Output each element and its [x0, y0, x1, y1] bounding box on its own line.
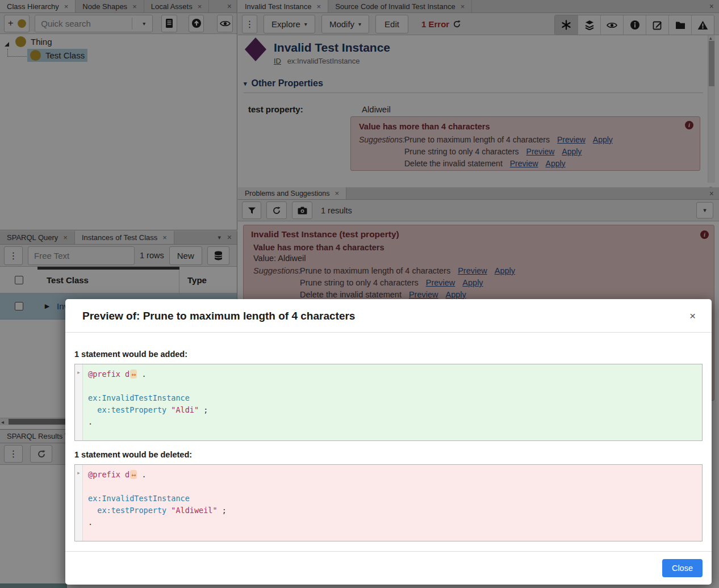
code-subject: ex:InvalidTestInstance — [88, 393, 190, 402]
code-gutter: ▸ — [75, 364, 83, 440]
deleted-statements-label: 1 statement would be deleted: — [74, 450, 703, 459]
preview-modal: Preview of: Prune to maximum length of 4… — [65, 299, 712, 585]
modal-title: Preview of: Prune to maximum length of 4… — [82, 310, 355, 322]
turtle-code: @prefix d↔ . ex:InvalidTestInstance ex:t… — [83, 364, 702, 428]
folded-region-icon[interactable]: ↔ — [130, 470, 137, 479]
fold-marker-icon[interactable]: ▸ — [77, 470, 80, 476]
modal-footer: Close — [65, 551, 712, 585]
close-button[interactable]: Close — [662, 559, 703, 577]
modal-header: Preview of: Prune to maximum length of 4… — [65, 299, 712, 333]
folded-region-icon[interactable]: ↔ — [130, 369, 137, 379]
code-keyword: @prefix — [88, 470, 120, 479]
fold-marker-icon[interactable]: ▸ — [77, 369, 80, 375]
code-semicolon: ; — [222, 506, 227, 515]
added-statements-label: 1 statement would be added: — [74, 350, 703, 359]
modal-body: 1 statement would be added: ▸ @prefix d↔… — [65, 333, 712, 551]
code-dot: . — [141, 470, 146, 479]
modal-close-icon[interactable]: × — [689, 310, 696, 321]
code-predicate: ex:testProperty — [97, 506, 166, 515]
code-prefix-name: d — [125, 470, 129, 479]
code-dot: . — [88, 518, 93, 527]
code-string-value: "Aldi" — [171, 405, 199, 414]
code-gutter: ▸ — [75, 465, 83, 541]
code-predicate: ex:testProperty — [97, 405, 166, 414]
code-semicolon: ; — [203, 405, 208, 414]
turtle-code: @prefix d↔ . ex:InvalidTestInstance ex:t… — [83, 465, 702, 528]
added-statements-code: ▸ @prefix d↔ . ex:InvalidTestInstance ex… — [74, 364, 703, 441]
code-dot: . — [141, 369, 146, 379]
code-keyword: @prefix — [88, 369, 120, 379]
code-dot: . — [88, 417, 93, 426]
code-string-value: "Aldiweil" — [171, 506, 217, 515]
code-subject: ex:InvalidTestInstance — [88, 494, 190, 503]
code-prefix-name: d — [125, 369, 129, 379]
deleted-statements-code: ▸ @prefix d↔ . ex:InvalidTestInstance ex… — [74, 464, 703, 541]
